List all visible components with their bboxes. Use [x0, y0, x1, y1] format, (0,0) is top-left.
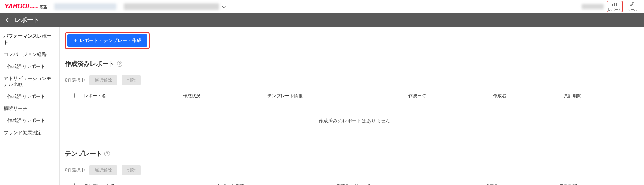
- create-report-template-button[interactable]: ＋ レポート・テンプレート作成: [67, 34, 147, 47]
- reports-select-all-checkbox[interactable]: [70, 93, 75, 98]
- chevron-down-icon[interactable]: [222, 4, 226, 9]
- sidebar-item-1[interactable]: コンバージョン経路: [0, 49, 59, 61]
- logo-ad-text: 広告: [40, 4, 48, 10]
- breadcrumb-blurred: [54, 3, 116, 10]
- back-chevron-icon[interactable]: [4, 17, 10, 23]
- templates-section-title: テンプレート: [65, 150, 102, 158]
- reports-empty-row: 作成済みのレポートはありません: [65, 103, 644, 139]
- report-nav-button[interactable]: レポート: [607, 1, 623, 12]
- templates-header-checkbox-cell: [65, 179, 79, 185]
- templates-col-0[interactable]: テンプレート名: [79, 179, 213, 185]
- report-nav-label: レポート: [608, 7, 621, 12]
- templates-col-1[interactable]: レポート作成: [213, 179, 332, 185]
- logo-japan-text: JAPAN: [30, 6, 38, 9]
- templates-col-4[interactable]: 集計期間: [555, 179, 644, 185]
- reports-col-1[interactable]: 作成状況: [178, 89, 263, 103]
- reports-clear-selection-button[interactable]: 選択解除: [89, 75, 117, 85]
- help-icon[interactable]: ?: [117, 61, 122, 67]
- svg-rect-2: [616, 3, 617, 6]
- templates-table: テンプレート名レポート作成作成スケジュール作成者集計期間: [65, 179, 644, 185]
- reports-selected-count: 0件選択中: [65, 77, 85, 83]
- svg-rect-0: [612, 4, 613, 6]
- sidebar-item-2[interactable]: 作成済みレポート: [0, 61, 59, 73]
- reports-col-2[interactable]: テンプレート情報: [263, 89, 404, 103]
- templates-section: テンプレート ? 0件選択中 選択解除 削除 テンプレート名レポート作成作成スケ…: [60, 150, 644, 185]
- page-title-bar: レポート: [0, 13, 644, 27]
- logo-yahoo-text: YAHOO!: [4, 3, 29, 10]
- templates-clear-selection-button[interactable]: 選択解除: [89, 165, 117, 175]
- templates-selected-count: 0件選択中: [65, 167, 85, 173]
- create-button-highlight: ＋ レポート・テンプレート作成: [65, 32, 150, 49]
- templates-col-3[interactable]: 作成者: [481, 179, 555, 185]
- reports-col-5[interactable]: 集計期間: [559, 89, 644, 103]
- sidebar-item-6[interactable]: 作成済みレポート: [0, 115, 59, 127]
- sidebar-item-4[interactable]: 作成済みレポート: [0, 91, 59, 103]
- reports-col-0[interactable]: レポート名: [79, 89, 178, 103]
- wrench-icon: [629, 1, 635, 7]
- reports-delete-button[interactable]: 削除: [122, 75, 141, 85]
- yahoo-ads-logo[interactable]: YAHOO! JAPAN 広告: [4, 3, 48, 11]
- user-name-blurred: [582, 4, 604, 9]
- bar-chart-icon: [612, 1, 618, 7]
- sidebar: パフォーマンスレポートコンバージョン経路作成済みレポートアトリビューションモデル…: [0, 27, 60, 185]
- reports-section: 作成済みレポート ? 0件選択中 選択解除 削除 レポート名作成状況テンプレート…: [60, 60, 644, 139]
- templates-controls: 0件選択中 選択解除 削除: [65, 165, 644, 175]
- sidebar-item-5[interactable]: 横断リーチ: [0, 103, 59, 115]
- top-header: YAHOO! JAPAN 広告 レポート ツール: [0, 0, 644, 13]
- sidebar-item-0[interactable]: パフォーマンスレポート: [0, 30, 59, 49]
- reports-controls: 0件選択中 選択解除 削除: [65, 75, 644, 85]
- sidebar-item-3[interactable]: アトリビューションモデル比較: [0, 73, 59, 91]
- templates-delete-button[interactable]: 削除: [122, 165, 141, 175]
- templates-select-all-checkbox[interactable]: [70, 183, 75, 185]
- help-icon[interactable]: ?: [104, 151, 110, 156]
- sidebar-item-7[interactable]: ブランド効果測定: [0, 127, 59, 139]
- page-title: レポート: [15, 16, 40, 24]
- reports-section-title: 作成済みレポート: [65, 60, 115, 68]
- reports-col-3[interactable]: 作成日時: [404, 89, 489, 103]
- reports-header-checkbox-cell: [65, 89, 79, 103]
- svg-rect-1: [614, 3, 615, 6]
- main-content: ＋ レポート・テンプレート作成 作成済みレポート ? 0件選択中 選択解除 削除…: [60, 27, 644, 185]
- tool-nav-label: ツール: [628, 7, 637, 12]
- account-selector-blurred[interactable]: [124, 3, 219, 10]
- tool-nav-button[interactable]: ツール: [624, 1, 640, 12]
- reports-empty-message: 作成済みのレポートはありません: [65, 103, 644, 139]
- reports-table: レポート名作成状況テンプレート情報作成日時作成者集計期間 作成済みのレポートはあ…: [65, 89, 644, 139]
- templates-col-2[interactable]: 作成スケジュール: [332, 179, 481, 185]
- reports-col-4[interactable]: 作成者: [489, 89, 559, 103]
